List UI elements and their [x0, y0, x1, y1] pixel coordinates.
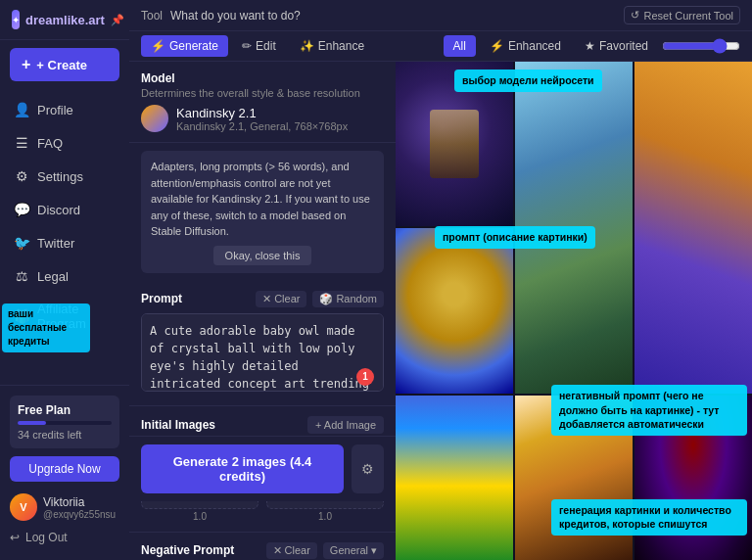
x-icon: ✕ [262, 293, 271, 305]
gallery-image-4 [396, 228, 513, 393]
user-info: Viktoriia @exqvy6z55nsu [43, 495, 116, 520]
gallery-item-3[interactable] [634, 62, 752, 394]
user-handle: @exqvy6z55nsu [43, 509, 116, 520]
discord-icon: 💬 [14, 202, 29, 217]
filter-favorited[interactable]: ★ Favorited [575, 35, 658, 57]
create-label: + Create [36, 58, 87, 72]
neg-clear-button[interactable]: ✕ Clear [266, 542, 317, 559]
prompt-wrapper: 1 [141, 307, 384, 396]
profile-icon: 👤 [14, 102, 29, 117]
ann-prompt: промпт (описание картинки) [435, 226, 595, 249]
twitter-icon: 🐦 [14, 235, 29, 251]
credits-bar [18, 421, 46, 425]
enhanced-icon: ⚡ [490, 39, 504, 53]
toolbar: Tool What do you want to do? ↺ Reset Cur… [129, 0, 752, 31]
sidebar-bottom: Free Plan 34 credits left Upgrade Now V … [0, 385, 129, 560]
alert-box: Adapters, long prompts (> 56 words), and… [141, 151, 384, 273]
sidebar-item-profile[interactable]: 👤 Profile [0, 93, 129, 126]
logout-row[interactable]: ↩ Log Out [10, 525, 119, 550]
prompt-textarea[interactable] [141, 313, 384, 392]
plan-name: Free Plan [18, 403, 112, 417]
sidebar-item-twitter[interactable]: 🐦 Twitter [0, 226, 129, 259]
slider-val-1: 1.0 [141, 511, 258, 522]
logout-label: Log Out [25, 531, 68, 544]
enhance-tab-label: Enhance [318, 39, 364, 53]
upgrade-button[interactable]: Upgrade Now [10, 456, 119, 482]
faq-icon: ☰ [14, 135, 29, 151]
sidebar-item-label: Twitter [37, 236, 74, 251]
alert-close-area: Okay, close this [151, 246, 374, 265]
credits-annotation: ваши бесплатные кредиты [2, 303, 90, 352]
model-icon [141, 105, 168, 132]
tab-enhance[interactable]: ✨ Enhance [290, 35, 374, 57]
sidebar-item-label: Profile [37, 103, 73, 117]
generate-tab-icon: ⚡ [151, 39, 165, 53]
prompt-badge: 1 [356, 368, 374, 386]
model-section-sublabel: Determines the overall style & base reso… [141, 87, 384, 99]
what-label: What do you want to do? [170, 9, 301, 23]
sidebar-item-legal[interactable]: ⚖ Legal [0, 259, 129, 293]
main-area: Tool What do you want to do? ↺ Reset Cur… [129, 0, 752, 560]
reset-button[interactable]: ↺ Reset Current Tool [624, 6, 740, 24]
slider-val-2: 1.0 [266, 511, 384, 522]
gallery-image-3 [634, 62, 752, 394]
random-button[interactable]: 🎲 Random [312, 291, 384, 307]
prompt-header: Prompt ✕ Clear 🎲 Random [141, 291, 384, 307]
neg-actions: ✕ Clear General ▾ [266, 542, 384, 559]
alert-close-button[interactable]: Okay, close this [213, 246, 312, 265]
view-slider[interactable] [662, 38, 740, 54]
model-name: Kandinsky 2.1 [176, 106, 348, 120]
generate-bar: Generate 2 images (4.4 credits) ⚙ [129, 436, 396, 501]
init-images-header: Initial Images + Add Image [141, 416, 384, 434]
enhance-tab-icon: ✨ [300, 39, 314, 53]
logo-text: dreamlike.art [25, 13, 105, 27]
left-panel: Model Determines the overall style & bas… [129, 62, 396, 560]
logo-icon: ✦ [12, 10, 20, 29]
add-image-button[interactable]: + Add Image [307, 416, 384, 434]
tab-edit[interactable]: ✏ Edit [232, 35, 286, 57]
create-button[interactable]: + + Create [10, 48, 119, 81]
reset-label: Reset Current Tool [643, 10, 733, 22]
reset-icon: ↺ [631, 9, 639, 22]
sidebar-item-label: FAQ [37, 136, 63, 151]
sidebar-item-faq[interactable]: ☰ FAQ [0, 126, 129, 160]
settings-icon: ⚙ [361, 461, 374, 477]
favorited-label: Favorited [599, 39, 648, 53]
edit-tab-icon: ✏ [242, 39, 252, 53]
neg-clear-label: Clear [285, 544, 310, 556]
prompt-section: Prompt ✕ Clear 🎲 Random 1 [129, 281, 396, 406]
credits-bar-bg [18, 421, 112, 425]
plus-icon: + [22, 56, 30, 73]
neg-general-button[interactable]: General ▾ [323, 542, 384, 559]
model-info: Kandinsky 2.1 Kandinsky 2.1, General, 76… [176, 106, 348, 132]
neg-general-label: General [330, 544, 368, 556]
tab-generate[interactable]: ⚡ Generate [141, 35, 228, 57]
ann-negative: негативный промпт (чего не должно быть н… [551, 385, 747, 436]
neg-header: Negative Prompt ✕ Clear General ▾ [141, 542, 384, 559]
gen-settings-button[interactable]: ⚙ [352, 444, 384, 493]
tab-bar: ⚡ Generate ✏ Edit ✨ Enhance All ⚡ Enhanc… [129, 31, 752, 62]
gallery-item-4[interactable] [396, 228, 513, 393]
filter-enhanced[interactable]: ⚡ Enhanced [480, 35, 571, 57]
plan-info: Free Plan 34 credits left [10, 396, 119, 448]
generate-button[interactable]: Generate 2 images (4.4 credits) [141, 444, 344, 493]
gallery-item-5[interactable] [396, 396, 513, 560]
clear-button[interactable]: ✕ Clear [256, 291, 306, 307]
logout-icon: ↩ [10, 531, 20, 544]
sidebar-item-label: Discord [37, 203, 80, 217]
tool-label: Tool [141, 9, 163, 23]
model-row[interactable]: Kandinsky 2.1 Kandinsky 2.1, General, 76… [141, 105, 384, 132]
sidebar-item-settings[interactable]: ⚙ Settings [0, 160, 129, 193]
model-section: Model Determines the overall style & bas… [129, 62, 396, 143]
x-icon-neg: ✕ [273, 544, 282, 557]
filter-all[interactable]: All [444, 35, 476, 57]
generate-tab-label: Generate [169, 39, 218, 53]
right-wrapper: выбор модели нейросети промпт (описание … [396, 62, 752, 560]
enhanced-label: Enhanced [508, 39, 561, 53]
gallery-grid [396, 62, 752, 560]
settings-icon: ⚙ [14, 168, 29, 184]
logo-area: ✦ dreamlike.art 📌 [0, 0, 129, 40]
neg-label: Negative Prompt [141, 543, 234, 557]
sidebar-item-discord[interactable]: 💬 Discord [0, 193, 129, 226]
sidebar-item-label: Legal [37, 269, 69, 284]
